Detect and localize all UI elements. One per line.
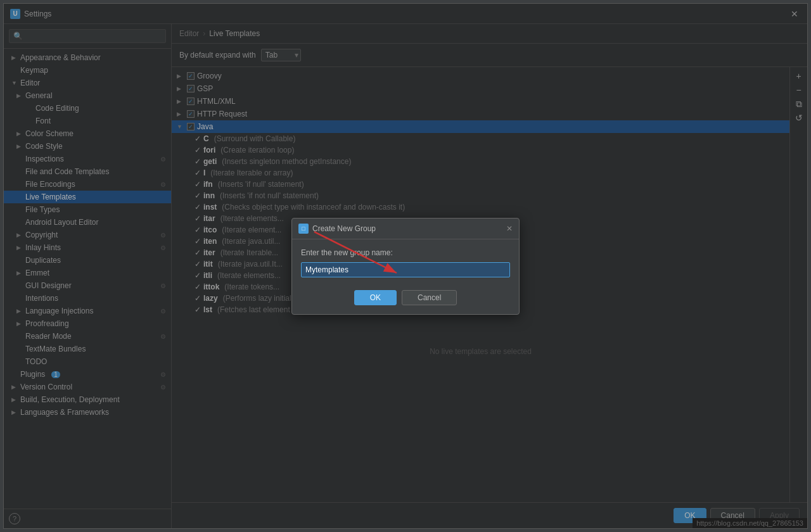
dialog-ok-button[interactable]: OK [354, 290, 397, 305]
dialog-overlay: □ Create New Group ✕ Enter the new group… [4, 4, 807, 528]
dialog-title: Create New Group [312, 224, 502, 233]
dialog-input[interactable] [301, 262, 510, 277]
dialog-label: Enter the new group name: [301, 248, 510, 257]
create-new-group-dialog: □ Create New Group ✕ Enter the new group… [291, 218, 520, 315]
dialog-buttons: OK Cancel [292, 284, 519, 314]
dialog-cancel-button[interactable]: Cancel [402, 290, 457, 305]
dialog-title-bar: □ Create New Group ✕ [292, 218, 519, 239]
settings-window: U Settings ✕ ▶ Appearance & Behavior Key… [3, 3, 808, 529]
dialog-body: Enter the new group name: [292, 239, 519, 284]
dialog-close-button[interactable]: ✕ [506, 224, 513, 233]
dialog-icon: □ [298, 224, 309, 234]
